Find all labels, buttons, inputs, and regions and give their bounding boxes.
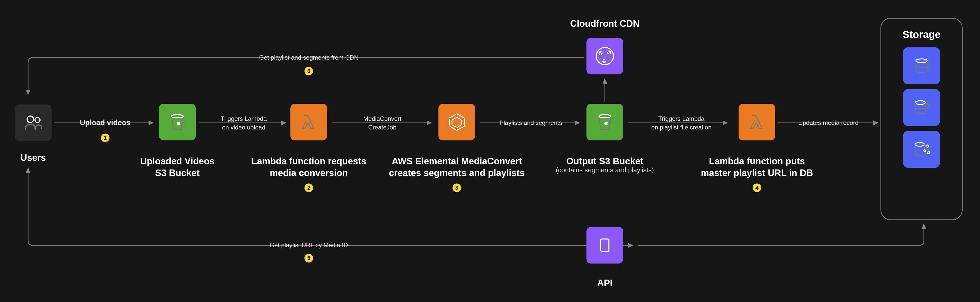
svg-line-27	[608, 122, 612, 123]
uploaded-bucket-icon	[159, 104, 196, 141]
svg-point-15	[177, 122, 180, 125]
step-1: 1	[101, 134, 110, 142]
edge-createjob-l2: CreateJob	[368, 124, 396, 131]
lambda1-icon	[290, 104, 327, 141]
storage-db-graph-icon	[903, 131, 940, 168]
mc-title-1: AWS Elemental MediaConvert	[392, 156, 522, 167]
step-6: 6	[304, 67, 313, 76]
edge-createjob-l1: MediaConvert	[363, 115, 401, 122]
svg-point-28	[916, 59, 927, 63]
output-title-2: (contains segments and playlists)	[556, 166, 654, 174]
lambda2-title-2: master playlist URL in DB	[701, 168, 813, 179]
svg-line-34	[925, 147, 927, 150]
svg-marker-18	[452, 117, 462, 127]
edge-update: Updates media record	[798, 119, 859, 126]
cloudfront-icon	[587, 38, 623, 74]
step-2: 2	[304, 183, 313, 192]
mediaconvert-icon	[438, 104, 475, 141]
output-title-1: Output S3 Bucket	[566, 156, 643, 167]
edge-playlists: Playlists and segments	[500, 119, 562, 126]
mc-title-2: creates segments and playlists	[389, 168, 525, 179]
svg-point-30	[915, 142, 924, 146]
step-5: 5	[304, 254, 313, 262]
wires	[0, 0, 980, 302]
edge-mediaid-label: Get playlist URL by Media ID	[269, 242, 348, 249]
lambda1-title-1: Lambda function requests	[251, 156, 366, 167]
users-icon	[15, 104, 52, 141]
uploaded-title-2: S3 Bucket	[155, 168, 200, 179]
edge-trigger1-l1: Triggers Lambda	[221, 115, 267, 122]
api-label: API	[597, 278, 612, 288]
svg-point-29	[915, 101, 925, 104]
storage-dynamodb-icon	[903, 47, 940, 84]
edge-trigger2-l2: on playlist file creation	[651, 124, 711, 131]
storage-box: Storage	[880, 18, 963, 220]
lambda1-title-2: media conversion	[270, 168, 348, 179]
users-label: Users	[21, 152, 46, 163]
step-3: 3	[452, 183, 461, 192]
svg-line-16	[180, 122, 185, 123]
svg-point-13	[35, 117, 40, 123]
svg-line-35	[926, 151, 928, 152]
svg-point-12	[27, 116, 33, 122]
edge-trigger2-l1: Triggers Lambda	[659, 115, 705, 122]
cloudfront-title: Cloudfront CDN	[570, 18, 640, 29]
storage-db-ai-icon	[903, 89, 940, 126]
uploaded-title-1: Uploaded Videos	[140, 156, 215, 167]
svg-point-26	[605, 122, 608, 125]
edge-upload-label: Upload videos	[80, 119, 130, 127]
lambda2-icon	[738, 104, 775, 141]
edge-trigger1-l2: on video upload	[222, 124, 265, 131]
edge-cdn-label: Get playlist and segments from CDN	[259, 54, 358, 61]
step-4: 4	[752, 183, 761, 192]
output-bucket-icon	[587, 104, 623, 141]
lambda2-title-1: Lambda function puts	[709, 156, 805, 167]
api-icon	[587, 227, 623, 264]
storage-title: Storage	[903, 29, 941, 40]
